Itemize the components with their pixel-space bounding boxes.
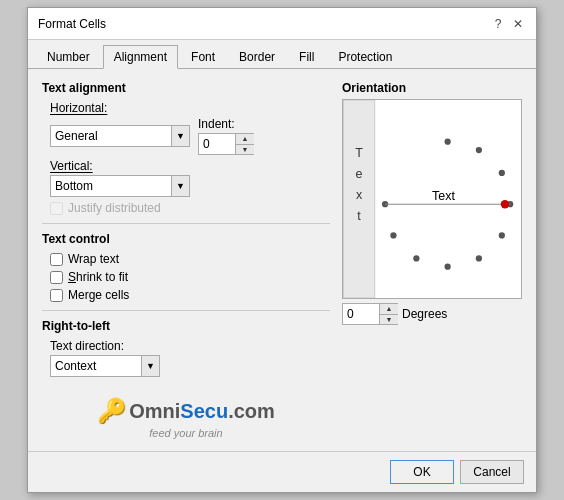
degrees-down-button[interactable]: ▼ (380, 315, 398, 325)
right-to-left-section: Right-to-left (42, 319, 330, 333)
brand-com: com (234, 400, 275, 422)
tab-alignment[interactable]: Alignment (103, 45, 178, 69)
shrink-to-fit-label: Shrink to fit (68, 270, 128, 284)
wrap-text-checkbox[interactable] (50, 253, 63, 266)
brand-logo: 🔑 OmniSecu.com (42, 397, 330, 425)
text-direction-select-arrow[interactable]: ▼ (141, 356, 159, 376)
svg-point-5 (445, 139, 451, 145)
degrees-up-button[interactable]: ▲ (380, 304, 398, 315)
svg-point-7 (499, 170, 505, 176)
merge-cells-label: Merge cells (68, 288, 129, 302)
svg-text:T: T (355, 146, 363, 160)
title-actions: ? ✕ (490, 16, 526, 32)
text-direction-select[interactable]: Context Left-to-Right Right-to-Left (51, 356, 141, 376)
orientation-box: T e x t (342, 99, 522, 299)
tab-number[interactable]: Number (36, 45, 101, 69)
vertical-row: Top Center Bottom Justify Distributed ▼ (50, 175, 330, 197)
right-panel: Orientation T e x t (342, 81, 522, 439)
indent-down-button[interactable]: ▼ (236, 145, 254, 155)
horizontal-label: Horizontal: (50, 101, 330, 115)
shrink-to-fit-row: Shrink to fit (50, 270, 330, 284)
tabs-bar: Number Alignment Font Border Fill Protec… (28, 40, 536, 69)
divider-2 (42, 310, 330, 311)
svg-text:t: t (357, 209, 361, 223)
vertical-label: Vertical: (50, 159, 330, 173)
wrap-text-label: Wrap text (68, 252, 119, 266)
text-direction-select-wrapper[interactable]: Context Left-to-Right Right-to-Left ▼ (50, 355, 160, 377)
divider-1 (42, 223, 330, 224)
tab-fill[interactable]: Fill (288, 45, 325, 69)
justify-distributed-row: Justify distributed (50, 201, 330, 215)
indent-up-button[interactable]: ▲ (236, 134, 254, 145)
brand-omni: Omni (129, 400, 180, 422)
text-control-section: Text control (42, 232, 330, 246)
horizontal-select-wrapper[interactable]: General Left Center Right Fill Justify D… (50, 125, 190, 147)
indent-input[interactable] (199, 134, 235, 154)
indent-spinner[interactable]: ▲ ▼ (198, 133, 254, 155)
svg-point-17 (501, 200, 509, 208)
orientation-title: Orientation (342, 81, 522, 95)
merge-cells-row: Merge cells (50, 288, 330, 302)
justify-distributed-checkbox[interactable] (50, 202, 63, 215)
key-icon: 🔑 (97, 397, 127, 425)
format-cells-dialog: Format Cells ? ✕ Number Alignment Font B… (27, 7, 537, 493)
horizontal-row: General Left Center Right Fill Justify D… (50, 117, 330, 155)
shrink-to-fit-checkbox[interactable] (50, 271, 63, 284)
vertical-select-arrow[interactable]: ▼ (171, 176, 189, 196)
orientation-svg: T e x t (343, 100, 521, 298)
help-button[interactable]: ? (490, 16, 506, 32)
text-alignment-section: Text alignment (42, 81, 330, 95)
spinner-buttons: ▲ ▼ (235, 134, 254, 154)
vertical-select-wrapper[interactable]: Top Center Bottom Justify Distributed ▼ (50, 175, 190, 197)
close-button[interactable]: ✕ (510, 16, 526, 32)
cancel-button[interactable]: Cancel (460, 460, 524, 484)
justify-distributed-label: Justify distributed (68, 201, 161, 215)
indent-label: Indent: (198, 117, 254, 131)
degrees-spinner-buttons: ▲ ▼ (379, 304, 398, 324)
horizontal-select[interactable]: General Left Center Right Fill Justify D… (51, 126, 171, 146)
dialog-body: Text alignment Horizontal: General Left … (28, 69, 536, 451)
indent-group: Indent: ▲ ▼ (198, 117, 254, 155)
merge-cells-checkbox[interactable] (50, 289, 63, 302)
svg-text:e: e (356, 167, 363, 181)
ok-button[interactable]: OK (390, 460, 454, 484)
tab-font[interactable]: Font (180, 45, 226, 69)
brand-area: 🔑 OmniSecu.com feed your brain (42, 397, 330, 439)
vertical-select[interactable]: Top Center Bottom Justify Distributed (51, 176, 171, 196)
svg-point-6 (476, 147, 482, 153)
degrees-row: ▲ ▼ Degrees (342, 303, 522, 325)
svg-point-10 (476, 255, 482, 261)
horizontal-select-arrow[interactable]: ▼ (171, 126, 189, 146)
svg-point-13 (390, 232, 396, 238)
dialog-title: Format Cells (38, 17, 106, 31)
text-direction-row: Context Left-to-Right Right-to-Left ▼ (50, 355, 330, 377)
degrees-spinner[interactable]: ▲ ▼ (342, 303, 398, 325)
degrees-label: Degrees (402, 307, 447, 321)
tab-border[interactable]: Border (228, 45, 286, 69)
tab-protection[interactable]: Protection (327, 45, 403, 69)
wrap-text-row: Wrap text (50, 252, 330, 266)
svg-point-12 (413, 255, 419, 261)
brand-secu: Secu (180, 400, 228, 422)
svg-point-11 (445, 264, 451, 270)
title-bar: Format Cells ? ✕ (28, 8, 536, 40)
text-direction-label: Text direction: (50, 339, 330, 353)
degrees-input[interactable] (343, 304, 379, 324)
brand-tagline: feed your brain (42, 427, 330, 439)
dialog-footer: OK Cancel (28, 451, 536, 492)
brand-name: OmniSecu.com (129, 400, 275, 423)
left-panel: Text alignment Horizontal: General Left … (42, 81, 330, 439)
svg-text:Text: Text (432, 189, 455, 203)
svg-text:x: x (356, 188, 363, 202)
svg-point-9 (499, 232, 505, 238)
